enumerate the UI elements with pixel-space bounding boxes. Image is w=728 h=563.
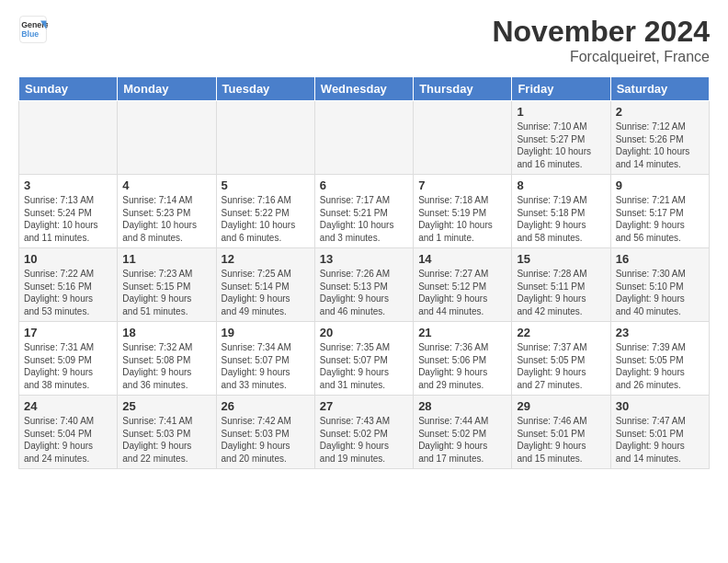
calendar: Sunday Monday Tuesday Wednesday Thursday… [18,76,710,469]
day-number: 24 [24,399,112,413]
table-row: 9Sunrise: 7:21 AM Sunset: 5:17 PM Daylig… [610,175,709,248]
table-row: 22Sunrise: 7:37 AM Sunset: 5:05 PM Dayli… [512,322,610,396]
day-info: Sunrise: 7:16 AM Sunset: 5:22 PM Dayligh… [222,194,310,244]
table-row: 27Sunrise: 7:43 AM Sunset: 5:02 PM Dayli… [314,396,413,469]
table-row: 25Sunrise: 7:41 AM Sunset: 5:03 PM Dayli… [118,396,216,469]
table-row: 11Sunrise: 7:23 AM Sunset: 5:15 PM Dayli… [118,248,216,322]
table-row: 2Sunrise: 7:12 AM Sunset: 5:26 PM Daylig… [610,101,709,175]
day-info: Sunrise: 7:23 AM Sunset: 5:15 PM Dayligh… [122,268,210,317]
table-row: 17Sunrise: 7:31 AM Sunset: 5:09 PM Dayli… [19,322,118,396]
day-info: Sunrise: 7:25 AM Sunset: 5:14 PM Dayligh… [222,268,310,317]
day-info: Sunrise: 7:17 AM Sunset: 5:21 PM Dayligh… [320,194,408,244]
table-row [414,101,512,175]
table-row: 18Sunrise: 7:32 AM Sunset: 5:08 PM Dayli… [118,322,216,396]
table-row: 8Sunrise: 7:19 AM Sunset: 5:18 PM Daylig… [512,175,610,248]
table-row: 10Sunrise: 7:22 AM Sunset: 5:16 PM Dayli… [19,248,118,322]
day-number: 5 [222,178,310,192]
day-number: 16 [616,252,704,266]
day-number: 11 [122,252,210,266]
table-row: 28Sunrise: 7:44 AM Sunset: 5:02 PM Dayli… [414,396,512,469]
day-number: 3 [24,178,112,192]
table-row [314,101,413,175]
calendar-week-row: 10Sunrise: 7:22 AM Sunset: 5:16 PM Dayli… [19,248,710,322]
day-info: Sunrise: 7:44 AM Sunset: 5:02 PM Dayligh… [418,415,506,465]
day-number: 18 [122,326,210,339]
col-sunday: Sunday [19,77,118,101]
day-info: Sunrise: 7:13 AM Sunset: 5:24 PM Dayligh… [24,194,112,244]
table-row: 12Sunrise: 7:25 AM Sunset: 5:14 PM Dayli… [216,248,314,322]
day-number: 7 [418,178,506,192]
col-monday: Monday [118,77,216,101]
table-row: 7Sunrise: 7:18 AM Sunset: 5:19 PM Daylig… [414,175,512,248]
calendar-week-row: 3Sunrise: 7:13 AM Sunset: 5:24 PM Daylig… [19,175,710,248]
calendar-week-row: 1Sunrise: 7:10 AM Sunset: 5:27 PM Daylig… [19,101,710,175]
day-number: 2 [616,105,704,119]
day-number: 28 [418,399,506,413]
day-info: Sunrise: 7:43 AM Sunset: 5:02 PM Dayligh… [320,415,408,465]
col-friday: Friday [512,77,610,101]
page-container: General Blue November 2024 Forcalqueiret… [0,0,728,478]
table-row: 6Sunrise: 7:17 AM Sunset: 5:21 PM Daylig… [314,175,413,248]
table-row: 19Sunrise: 7:34 AM Sunset: 5:07 PM Dayli… [216,322,314,396]
day-info: Sunrise: 7:10 AM Sunset: 5:27 PM Dayligh… [517,121,605,170]
day-number: 26 [222,399,310,413]
day-info: Sunrise: 7:40 AM Sunset: 5:04 PM Dayligh… [24,415,112,465]
table-row: 4Sunrise: 7:14 AM Sunset: 5:23 PM Daylig… [118,175,216,248]
table-row: 1Sunrise: 7:10 AM Sunset: 5:27 PM Daylig… [512,101,610,175]
day-info: Sunrise: 7:22 AM Sunset: 5:16 PM Dayligh… [24,268,112,317]
month-title: November 2024 [492,15,710,49]
day-info: Sunrise: 7:42 AM Sunset: 5:03 PM Dayligh… [222,415,310,465]
day-info: Sunrise: 7:27 AM Sunset: 5:12 PM Dayligh… [418,268,506,317]
day-info: Sunrise: 7:36 AM Sunset: 5:06 PM Dayligh… [418,341,506,391]
day-info: Sunrise: 7:47 AM Sunset: 5:01 PM Dayligh… [616,415,704,465]
day-number: 8 [517,178,605,192]
location: Forcalqueiret, France [492,49,710,65]
day-number: 10 [24,252,112,266]
day-info: Sunrise: 7:31 AM Sunset: 5:09 PM Dayligh… [24,341,112,391]
day-info: Sunrise: 7:37 AM Sunset: 5:05 PM Dayligh… [517,341,605,391]
calendar-week-row: 17Sunrise: 7:31 AM Sunset: 5:09 PM Dayli… [19,322,710,396]
day-number: 30 [616,399,704,413]
day-number: 15 [517,252,605,266]
table-row: 26Sunrise: 7:42 AM Sunset: 5:03 PM Dayli… [216,396,314,469]
day-number: 9 [616,178,704,192]
table-row: 20Sunrise: 7:35 AM Sunset: 5:07 PM Dayli… [314,322,413,396]
day-number: 29 [517,399,605,413]
header: General Blue November 2024 Forcalqueiret… [18,15,710,65]
day-number: 19 [222,326,310,339]
calendar-week-row: 24Sunrise: 7:40 AM Sunset: 5:04 PM Dayli… [19,396,710,469]
day-number: 13 [320,252,408,266]
title-block: November 2024 Forcalqueiret, France [492,15,710,65]
day-number: 23 [616,326,704,339]
logo: General Blue [18,15,48,44]
svg-text:Blue: Blue [21,29,39,39]
logo-icon: General Blue [18,15,48,44]
table-row: 15Sunrise: 7:28 AM Sunset: 5:11 PM Dayli… [512,248,610,322]
table-row: 23Sunrise: 7:39 AM Sunset: 5:05 PM Dayli… [610,322,709,396]
table-row [216,101,314,175]
day-info: Sunrise: 7:12 AM Sunset: 5:26 PM Dayligh… [616,121,704,170]
col-tuesday: Tuesday [216,77,314,101]
day-info: Sunrise: 7:32 AM Sunset: 5:08 PM Dayligh… [122,341,210,391]
table-row: 5Sunrise: 7:16 AM Sunset: 5:22 PM Daylig… [216,175,314,248]
col-thursday: Thursday [414,77,512,101]
day-number: 6 [320,178,408,192]
day-info: Sunrise: 7:26 AM Sunset: 5:13 PM Dayligh… [320,268,408,317]
day-number: 22 [517,326,605,339]
day-info: Sunrise: 7:21 AM Sunset: 5:17 PM Dayligh… [616,194,704,244]
day-info: Sunrise: 7:34 AM Sunset: 5:07 PM Dayligh… [222,341,310,391]
calendar-body: 1Sunrise: 7:10 AM Sunset: 5:27 PM Daylig… [19,101,710,469]
table-row: 30Sunrise: 7:47 AM Sunset: 5:01 PM Dayli… [610,396,709,469]
table-row: 3Sunrise: 7:13 AM Sunset: 5:24 PM Daylig… [19,175,118,248]
table-row: 21Sunrise: 7:36 AM Sunset: 5:06 PM Dayli… [414,322,512,396]
day-info: Sunrise: 7:30 AM Sunset: 5:10 PM Dayligh… [616,268,704,317]
day-info: Sunrise: 7:46 AM Sunset: 5:01 PM Dayligh… [517,415,605,465]
day-number: 17 [24,326,112,339]
day-info: Sunrise: 7:18 AM Sunset: 5:19 PM Dayligh… [418,194,506,244]
day-number: 21 [418,326,506,339]
table-row [19,101,118,175]
day-info: Sunrise: 7:19 AM Sunset: 5:18 PM Dayligh… [517,194,605,244]
day-number: 20 [320,326,408,339]
day-number: 27 [320,399,408,413]
day-info: Sunrise: 7:41 AM Sunset: 5:03 PM Dayligh… [122,415,210,465]
